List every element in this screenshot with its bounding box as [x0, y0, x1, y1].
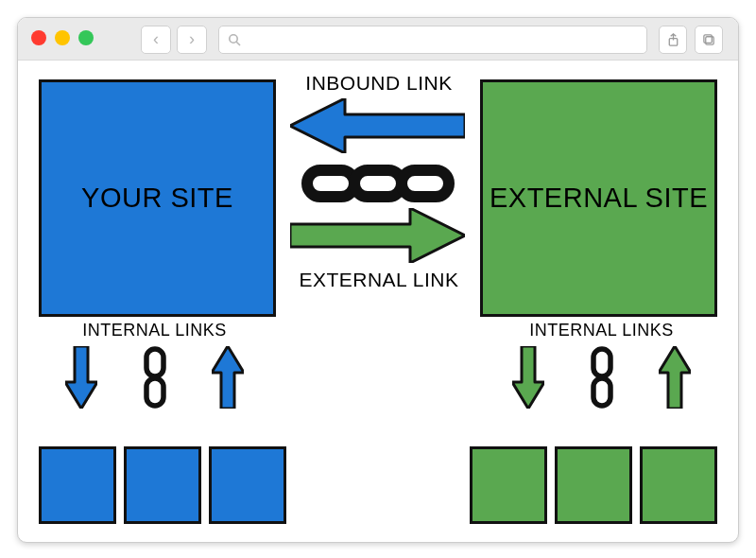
chain-small-icon — [144, 346, 166, 409]
svg-rect-10 — [593, 349, 610, 376]
external-link-label: EXTERNAL LINK — [299, 269, 459, 291]
subpage-box — [470, 446, 547, 524]
internal-links-label-left: INTERNAL LINKS — [39, 321, 270, 340]
your-site-box: YOUR SITE — [39, 79, 276, 317]
svg-rect-5 — [307, 170, 354, 197]
svg-line-1 — [236, 42, 240, 45]
window-controls — [31, 30, 94, 45]
search-icon — [227, 32, 242, 47]
tabs-icon — [702, 33, 716, 47]
back-button[interactable]: ‹ — [141, 26, 171, 54]
diagram: YOUR SITE EXTERNAL SITE INBOUND LINK EXT… — [18, 61, 738, 543]
tabs-button[interactable] — [695, 26, 723, 54]
svg-rect-6 — [354, 170, 402, 197]
svg-point-0 — [230, 35, 237, 43]
svg-rect-7 — [402, 170, 449, 197]
inbound-arrow-icon — [290, 98, 465, 153]
subpage-box — [640, 446, 717, 524]
your-site-internal-arrows — [39, 344, 270, 410]
arrow-up-icon — [659, 346, 691, 409]
subpage-box — [124, 446, 201, 524]
external-site-box: EXTERNAL SITE — [480, 79, 717, 317]
svg-rect-11 — [593, 378, 610, 406]
external-site-subpages — [470, 446, 717, 524]
external-site-internal-arrows — [486, 344, 717, 410]
minimize-icon[interactable] — [55, 30, 70, 45]
svg-rect-8 — [146, 349, 163, 376]
arrow-up-icon — [212, 346, 244, 409]
address-bar[interactable] — [218, 26, 647, 54]
forward-button[interactable]: › — [177, 26, 207, 54]
chain-small-icon — [591, 346, 613, 409]
arrow-down-icon — [65, 346, 97, 409]
browser-window: ‹ › YOUR SITE EXTERNAL SITE INBOUND LINK… — [17, 17, 739, 543]
arrow-down-icon — [512, 346, 544, 409]
internal-links-label-right: INTERNAL LINKS — [486, 321, 717, 340]
svg-rect-9 — [146, 378, 163, 406]
close-icon[interactable] — [31, 30, 46, 45]
subpage-box — [209, 446, 286, 524]
your-site-subpages — [39, 446, 286, 524]
subpage-box — [555, 446, 632, 524]
share-icon — [666, 33, 680, 47]
maximize-icon[interactable] — [78, 30, 94, 45]
external-arrow-icon — [290, 208, 465, 263]
inbound-link-label: INBOUND LINK — [299, 72, 459, 95]
share-button[interactable] — [659, 26, 687, 54]
chain-link-icon — [301, 163, 455, 204]
external-site-label: EXTERNAL SITE — [490, 183, 708, 214]
browser-titlebar: ‹ › — [18, 18, 738, 61]
your-site-label: YOUR SITE — [81, 183, 233, 214]
subpage-box — [39, 446, 116, 524]
